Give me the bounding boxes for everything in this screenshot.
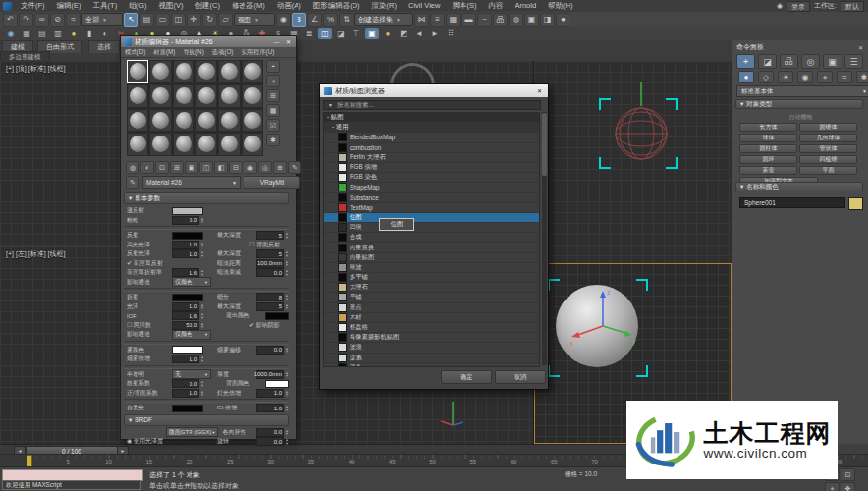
zoom-extents-icon[interactable]: ⌖ [825, 482, 840, 491]
sample-type-icon[interactable]: ◓ [266, 60, 280, 73]
color-swatch[interactable] [172, 346, 203, 354]
named-selection-set-field[interactable]: 创建选择集▼ [354, 13, 413, 26]
layout-list-icon[interactable]: ≣ [302, 28, 316, 39]
video-color-check-icon[interactable]: ☑ [266, 119, 280, 132]
shade-icon[interactable]: ◩ [397, 28, 410, 39]
bind-to-space-warp-icon[interactable]: ≈ [66, 13, 81, 27]
map-item-10[interactable]: 合成 [324, 233, 539, 243]
map-item-7[interactable]: TextMap [324, 203, 539, 213]
menu-item-10[interactable]: Civil View [403, 1, 446, 11]
map-item-15[interactable]: 大理石 [324, 283, 539, 293]
sample-slot-17[interactable] [242, 109, 263, 133]
close-icon[interactable]: ✕ [284, 38, 293, 46]
map-group-maps[interactable]: - 贴图 [324, 113, 539, 123]
angle-snap-icon[interactable]: ∠ [307, 13, 322, 27]
cat-lights-icon[interactable]: ☀ [778, 71, 793, 83]
brdf-rollout[interactable]: ▾BRDF [124, 414, 289, 426]
value-spinner[interactable]: 1000.0mm [256, 370, 284, 379]
menu-item-4[interactable]: 视图(V) [153, 1, 190, 11]
value-spinner[interactable]: 1.0 [172, 249, 199, 258]
options-icon[interactable]: ✱ [266, 134, 280, 146]
go-to-parent-icon[interactable]: ◎ [258, 161, 272, 174]
map-item-4[interactable]: RGB 染色 [324, 173, 539, 183]
minimize-icon[interactable]: — [272, 38, 281, 46]
pan-icon[interactable]: ✥ [841, 482, 855, 491]
me-menu-item-0[interactable]: 模式(D) [121, 48, 149, 57]
grid-display-icon[interactable]: ▥ [51, 28, 65, 39]
color-swatch[interactable] [172, 294, 203, 301]
search-dropdown-icon[interactable]: ▼ [328, 102, 333, 108]
sample-slot-9[interactable] [195, 84, 217, 108]
map-item-12[interactable]: 向量贴图 [324, 253, 539, 263]
pick-from-object-icon[interactable]: ✎ [126, 176, 139, 189]
tab-hierarchy-icon[interactable]: 品 [780, 54, 798, 69]
show-map-icon[interactable]: ⊟ [229, 161, 243, 174]
backlight-icon[interactable]: ◑ [266, 75, 280, 87]
schematic-view-icon[interactable]: 品 [493, 13, 508, 27]
camera-view-icon[interactable]: ▣ [365, 28, 379, 39]
sample-slot-14[interactable] [173, 109, 194, 133]
select-and-scale-icon[interactable]: ▱ [218, 13, 233, 27]
color-swatch[interactable] [172, 207, 203, 215]
menu-item-6[interactable]: 修改器(M) [226, 1, 271, 11]
sample-slot-0[interactable] [127, 60, 148, 83]
scene-list-icon[interactable]: ▤ [35, 28, 49, 39]
object-type-button-1[interactable]: 圆锥体 [799, 123, 857, 132]
sample-slot-20[interactable] [173, 133, 194, 156]
map-item-17[interactable]: 斑点 [324, 303, 539, 313]
sample-slot-19[interactable] [149, 133, 171, 156]
back-arrow-icon[interactable]: ◄ [412, 28, 426, 39]
cat-helpers-icon[interactable]: ⌖ [817, 71, 833, 83]
color-swatch[interactable] [172, 232, 203, 240]
expand-all-icon[interactable]: ⠿ [444, 28, 458, 39]
use-pivot-point-icon[interactable]: ◉ [276, 13, 291, 27]
menu-item-7[interactable]: 动画(A) [271, 1, 307, 11]
value-spinner[interactable]: 1.0 [172, 389, 199, 398]
wireframe-sphere[interactable] [607, 81, 676, 169]
reset-map-icon[interactable]: ⊞ [170, 161, 184, 174]
sample-slot-16[interactable] [218, 109, 240, 133]
object-color-swatch[interactable] [848, 197, 863, 210]
value-spinner[interactable]: 0.0 [256, 268, 284, 277]
teapot-icon[interactable]: ● [67, 28, 81, 39]
map-item-0[interactable]: BlendedBoxMap [324, 133, 539, 142]
map-item-3[interactable]: RGB 倍增 [324, 163, 539, 173]
param-dropdown[interactable]: 仅颜色▼ [172, 277, 211, 287]
put-to-library-icon[interactable]: ◫ [199, 161, 213, 174]
sample-slot-12[interactable] [127, 109, 148, 133]
menu-item-9[interactable]: 渲染(R) [366, 1, 403, 11]
sample-slot-22[interactable] [218, 133, 240, 156]
map-item-23[interactable]: 混合 [324, 363, 539, 367]
value-spinner[interactable]: 1.0 [172, 355, 199, 363]
me-menu-item-1[interactable]: 材质(M) [149, 48, 179, 57]
tab-create-icon[interactable]: ＋ [736, 54, 755, 69]
sample-slot-6[interactable] [127, 84, 148, 108]
moon-icon[interactable]: ◐ [98, 28, 112, 39]
cat-geometry-icon[interactable]: ● [738, 71, 754, 83]
menu-item-1[interactable]: 编辑(E) [51, 1, 87, 11]
sample-slot-3[interactable] [195, 60, 217, 83]
value-spinner[interactable]: 100.0mm [256, 259, 284, 268]
value-spinner[interactable]: 1.0 [256, 404, 284, 412]
undo-icon[interactable]: ↶ [3, 13, 18, 27]
map-item-22[interactable]: 泼溅 [324, 354, 539, 363]
value-spinner[interactable]: 5 [256, 302, 284, 311]
tab-motion-icon[interactable]: ◎ [801, 54, 820, 69]
sample-slot-4[interactable] [218, 60, 240, 83]
autogrid-checkbox[interactable]: 自动栅格 [732, 113, 868, 122]
select-object-icon[interactable]: ↖ [124, 13, 138, 27]
tab-utilities-icon[interactable]: ☰ [844, 54, 863, 69]
viewport-top-label[interactable]: [+] [顶] [标准] [线框] [6, 64, 65, 74]
sample-slot-2[interactable] [173, 60, 194, 83]
pick-material-icon[interactable]: ✎ [288, 161, 301, 174]
app-logo-icon[interactable] [3, 2, 12, 11]
map-item-21[interactable]: 波浪 [324, 343, 539, 353]
object-type-button-3[interactable]: 几何球体 [799, 134, 857, 142]
color-swatch[interactable] [265, 312, 289, 320]
color-swatch[interactable] [172, 405, 203, 412]
tab-display-icon[interactable]: ▣ [823, 54, 841, 69]
material-id-icon[interactable]: ◧ [214, 161, 228, 174]
object-name-field[interactable]: Sphere001 [739, 197, 845, 208]
select-by-name-icon[interactable]: ▤ [139, 13, 154, 27]
background-icon[interactable]: ⊞ [266, 89, 280, 102]
